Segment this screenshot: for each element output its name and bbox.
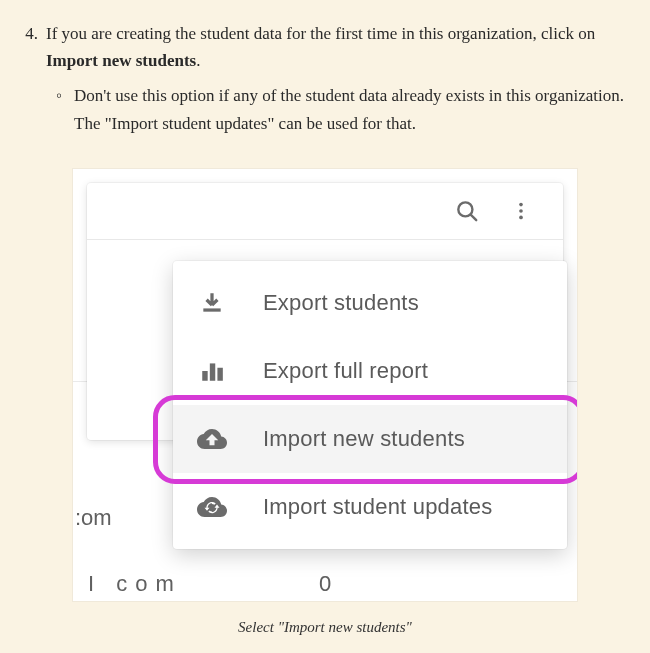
svg-line-1 bbox=[471, 214, 477, 220]
step-text-bold: Import new students bbox=[46, 51, 196, 70]
menu-item-export-students[interactable]: Export students bbox=[173, 269, 567, 337]
bg-text-bottom-center: 0 bbox=[319, 571, 331, 597]
menu-item-import-student-updates[interactable]: Import student updates bbox=[173, 473, 567, 541]
step-body: If you are creating the student data for… bbox=[46, 20, 630, 137]
svg-rect-5 bbox=[203, 308, 220, 311]
download-icon bbox=[197, 288, 227, 318]
figure-caption: Select "Import new students" bbox=[73, 619, 577, 636]
menu-item-import-new-students[interactable]: Import new students bbox=[173, 405, 567, 473]
step-text-before: If you are creating the student data for… bbox=[46, 24, 595, 43]
sub-list: Don't use this option if any of the stud… bbox=[46, 82, 630, 136]
bg-text-left: :om bbox=[75, 505, 112, 531]
step-number: 4. bbox=[20, 20, 46, 137]
svg-point-4 bbox=[519, 215, 523, 219]
cloud-upload-icon bbox=[197, 424, 227, 454]
step-text-after: . bbox=[196, 51, 200, 70]
svg-rect-6 bbox=[202, 371, 207, 381]
instruction-step: 4. If you are creating the student data … bbox=[20, 20, 630, 137]
svg-rect-8 bbox=[217, 368, 222, 381]
sub-list-item: Don't use this option if any of the stud… bbox=[74, 82, 630, 136]
step-text: If you are creating the student data for… bbox=[46, 20, 630, 74]
svg-point-2 bbox=[519, 203, 523, 207]
menu-item-export-full-report[interactable]: Export full report bbox=[173, 337, 567, 405]
bg-text-bottom-left: I com bbox=[88, 571, 182, 597]
menu-label: Export full report bbox=[263, 358, 428, 384]
svg-point-3 bbox=[519, 209, 523, 213]
menu-label: Export students bbox=[263, 290, 419, 316]
search-icon[interactable] bbox=[453, 197, 481, 225]
cloud-refresh-icon bbox=[197, 492, 227, 522]
menu-label: Import new students bbox=[263, 426, 465, 452]
dropdown-menu: Export students Export full report bbox=[173, 261, 567, 549]
card-toolbar bbox=[87, 183, 563, 239]
screenshot-frame: le :om I com 0 bbox=[73, 169, 577, 601]
kebab-menu-icon[interactable] bbox=[507, 197, 535, 225]
bar-chart-icon bbox=[197, 356, 227, 386]
menu-label: Import student updates bbox=[263, 494, 492, 520]
svg-rect-7 bbox=[210, 363, 215, 380]
figure: le :om I com 0 bbox=[73, 169, 577, 636]
